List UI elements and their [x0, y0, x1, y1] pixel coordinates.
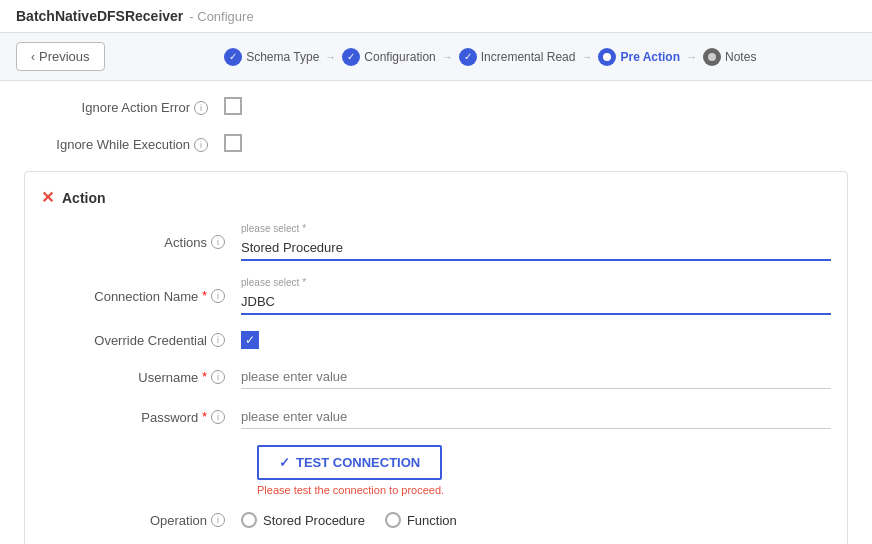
bc-notes-label: Notes: [725, 50, 756, 64]
username-input[interactable]: [241, 365, 831, 389]
function-radio-label: Function: [407, 513, 457, 528]
bc-notes: Notes: [703, 48, 756, 66]
actions-label: Actions: [164, 235, 207, 250]
username-info-icon[interactable]: i: [211, 370, 225, 384]
bc-arrow-3: →: [581, 51, 592, 63]
operation-row: Operation i Stored Procedure Function: [41, 512, 831, 528]
breadcrumb: ✓ Schema Type → ✓ Configuration → ✓ Incr…: [125, 48, 856, 66]
password-required: *: [202, 410, 207, 424]
override-credential-row: Override Credential i ✓: [41, 331, 831, 349]
password-input[interactable]: [241, 405, 831, 429]
actions-select-input[interactable]: [241, 236, 831, 261]
ignore-action-error-info-icon[interactable]: i: [194, 101, 208, 115]
ignore-action-error-label: Ignore Action Error: [82, 100, 190, 115]
bc-pre-action: Pre Action: [598, 48, 680, 66]
operation-label: Operation: [150, 513, 207, 528]
username-value: [241, 365, 831, 389]
connection-name-value: please select *: [241, 277, 831, 315]
ignore-while-execution-checkbox[interactable]: [224, 134, 242, 152]
bc-pre-action-dot: [603, 53, 611, 61]
password-info-icon[interactable]: i: [211, 410, 225, 424]
bc-schema-type-label: Schema Type: [246, 50, 319, 64]
test-connection-row: ✓ TEST CONNECTION Please test the connec…: [41, 445, 831, 496]
bc-incremental-read: ✓ Incremental Read: [459, 48, 576, 66]
nav-bar: ‹ Previous ✓ Schema Type → ✓ Configurati…: [0, 33, 872, 81]
stored-procedure-radio-label: Stored Procedure: [263, 513, 365, 528]
connection-name-select-input[interactable]: [241, 290, 831, 315]
ignore-while-execution-label-wrapper: Ignore While Execution i: [24, 137, 224, 152]
test-connection-error: Please test the connection to proceed.: [257, 484, 444, 496]
operation-value: Stored Procedure Function: [241, 512, 831, 528]
bc-incremental-label: Incremental Read: [481, 50, 576, 64]
connection-name-label: Connection Name: [94, 289, 198, 304]
test-connection-check-icon: ✓: [279, 455, 290, 470]
ignore-action-error-row: Ignore Action Error i: [24, 97, 848, 118]
ignore-while-execution-row: Ignore While Execution i: [24, 134, 848, 155]
function-radio-icon: [385, 512, 401, 528]
action-section-close-icon[interactable]: ✕: [41, 188, 54, 207]
stored-procedure-radio-icon: [241, 512, 257, 528]
app-subtitle: - Configure: [189, 9, 253, 24]
password-label-wrapper: Password * i: [41, 410, 241, 425]
action-section-header: ✕ Action: [41, 188, 831, 207]
bc-arrow-4: →: [686, 51, 697, 63]
username-required: *: [202, 370, 207, 384]
bc-configuration: ✓ Configuration: [342, 48, 435, 66]
bc-notes-dot: [708, 53, 716, 61]
password-label: Password: [141, 410, 198, 425]
ignore-action-error-checkbox[interactable]: [224, 97, 242, 115]
ignore-while-execution-value: [224, 134, 848, 155]
operation-stored-procedure-option[interactable]: Stored Procedure: [241, 512, 365, 528]
ignore-action-error-value: [224, 97, 848, 118]
action-section: ✕ Action Actions i please select * Conne…: [24, 171, 848, 544]
password-row: Password * i: [41, 405, 831, 429]
password-value: [241, 405, 831, 429]
bc-schema-type: ✓ Schema Type: [224, 48, 319, 66]
username-row: Username * i: [41, 365, 831, 389]
username-label: Username: [138, 370, 198, 385]
connection-name-info-icon[interactable]: i: [211, 289, 225, 303]
operation-function-option[interactable]: Function: [385, 512, 457, 528]
bc-configuration-label: Configuration: [364, 50, 435, 64]
bc-arrow-2: →: [442, 51, 453, 63]
connection-name-select-wrapper: please select *: [241, 277, 831, 315]
bc-incremental-icon: ✓: [459, 48, 477, 66]
bc-notes-icon: [703, 48, 721, 66]
app-title: BatchNativeDFSReceiver: [16, 8, 183, 24]
action-section-title: Action: [62, 190, 106, 206]
override-credential-checkbox[interactable]: ✓: [241, 331, 259, 349]
ignore-action-error-label-wrapper: Ignore Action Error i: [24, 100, 224, 115]
operation-label-wrapper: Operation i: [41, 513, 241, 528]
actions-value: please select *: [241, 223, 831, 261]
bc-pre-action-label: Pre Action: [620, 50, 680, 64]
ignore-while-execution-label: Ignore While Execution: [56, 137, 190, 152]
previous-button[interactable]: ‹ Previous: [16, 42, 105, 71]
bc-arrow-1: →: [325, 51, 336, 63]
prev-arrow-icon: ‹: [31, 50, 35, 64]
connection-name-label-wrapper: Connection Name * i: [41, 289, 241, 304]
actions-label-wrapper: Actions i: [41, 235, 241, 250]
connection-name-hint: please select *: [241, 277, 831, 288]
bc-pre-action-icon: [598, 48, 616, 66]
actions-select-wrapper: please select *: [241, 223, 831, 261]
actions-hint: please select *: [241, 223, 831, 234]
username-label-wrapper: Username * i: [41, 370, 241, 385]
bc-schema-type-icon: ✓: [224, 48, 242, 66]
override-credential-value: ✓: [241, 331, 831, 349]
main-content: Ignore Action Error i Ignore While Execu…: [0, 81, 872, 544]
actions-row: Actions i please select *: [41, 223, 831, 261]
top-bar: BatchNativeDFSReceiver - Configure: [0, 0, 872, 33]
override-credential-label-wrapper: Override Credential i: [41, 333, 241, 348]
connection-name-row: Connection Name * i please select *: [41, 277, 831, 315]
connection-name-required: *: [202, 289, 207, 303]
test-connection-label: TEST CONNECTION: [296, 455, 420, 470]
test-connection-button[interactable]: ✓ TEST CONNECTION: [257, 445, 442, 480]
bc-configuration-icon: ✓: [342, 48, 360, 66]
ignore-while-execution-info-icon[interactable]: i: [194, 138, 208, 152]
prev-label: Previous: [39, 49, 90, 64]
override-credential-label: Override Credential: [94, 333, 207, 348]
override-credential-info-icon[interactable]: i: [211, 333, 225, 347]
actions-info-icon[interactable]: i: [211, 235, 225, 249]
operation-radio-group: Stored Procedure Function: [241, 512, 831, 528]
operation-info-icon[interactable]: i: [211, 513, 225, 527]
